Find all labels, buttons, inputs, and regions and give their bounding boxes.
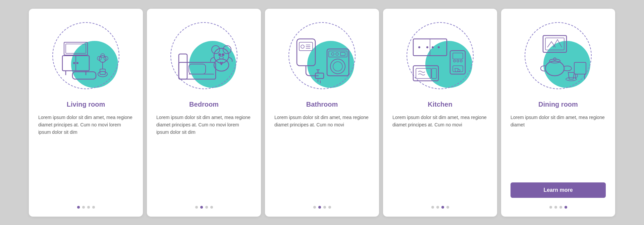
dot-2	[436, 206, 439, 209]
svg-point-58	[460, 60, 462, 62]
dot-1	[195, 206, 198, 209]
svg-point-42	[336, 53, 338, 55]
svg-point-56	[453, 60, 455, 62]
dot-3	[87, 206, 90, 209]
card-dining-room: Dining room Lorem ipsum dolor sit dim am…	[501, 9, 615, 217]
card-kitchen: Kitchen Lorem ipsum dolor sit dim amet, …	[383, 9, 497, 217]
svg-point-57	[457, 60, 459, 62]
svg-point-3	[76, 62, 78, 64]
svg-rect-16	[179, 62, 216, 79]
card-text-bedroom: Lorem ipsum dolor sit dim amet, mea regi…	[156, 114, 252, 199]
dot-4	[328, 206, 331, 209]
dot-1	[77, 206, 80, 209]
dot-1	[313, 206, 316, 209]
dot-4	[565, 206, 567, 209]
svg-rect-7	[66, 44, 86, 53]
dot-3	[323, 206, 326, 209]
card-text-kitchen: Lorem ipsum dolor sit dim amet, mea regi…	[392, 114, 488, 199]
dots-living-room	[77, 206, 95, 209]
card-bathroom: Bathroom Lorem ipsum dolor sit dim amet,…	[265, 9, 379, 217]
dots-bedroom	[195, 206, 213, 209]
card-title-bathroom: Bathroom	[306, 101, 338, 108]
card-text-dining-room: Lorem ipsum dolor sit dim amet, mea regi…	[511, 114, 606, 177]
card-title-kitchen: Kitchen	[428, 101, 452, 108]
bedroom-icon	[170, 22, 237, 89]
card-text-living-room: Lorem ipsum dolor sit dim amet, mea regi…	[38, 114, 133, 199]
svg-rect-8	[72, 72, 96, 79]
svg-rect-51	[416, 68, 431, 78]
illustration-bedroom	[167, 19, 241, 93]
kitchen-icon	[407, 22, 474, 89]
svg-point-21	[212, 46, 220, 54]
dot-2	[82, 206, 85, 209]
svg-rect-17	[179, 54, 187, 79]
cards-container: Living room Lorem ipsum dolor sit dim am…	[22, 2, 622, 223]
svg-point-29	[301, 45, 304, 48]
illustration-dining-room	[521, 19, 595, 93]
dots-bathroom	[313, 206, 331, 209]
dot-3	[205, 206, 208, 209]
dot-4	[210, 206, 213, 209]
illustration-living-room	[49, 19, 123, 93]
card-title-living-room: Living room	[67, 101, 105, 108]
svg-point-22	[223, 46, 231, 54]
illustration-kitchen	[403, 19, 477, 93]
svg-point-39	[333, 62, 342, 71]
dot-4	[446, 206, 449, 209]
living-room-icon	[52, 22, 119, 89]
learn-more-button[interactable]: Learn more	[511, 182, 606, 198]
card-bedroom: Bedroom Lorem ipsum dolor sit dim amet, …	[147, 9, 261, 217]
dot-2	[318, 206, 321, 209]
svg-point-47	[432, 46, 434, 48]
dot-2	[554, 206, 557, 209]
svg-point-2	[73, 62, 75, 64]
card-text-bathroom: Lorem ipsum dolor sit dim amet, mea regi…	[274, 114, 370, 199]
dot-4	[92, 206, 95, 209]
svg-rect-18	[189, 64, 206, 74]
bathroom-icon	[288, 22, 356, 89]
card-title-bedroom: Bedroom	[189, 101, 219, 108]
dot-2	[200, 206, 203, 209]
dot-1	[549, 206, 552, 209]
svg-point-24	[222, 53, 224, 56]
svg-rect-43	[340, 52, 345, 56]
svg-rect-52	[432, 68, 436, 78]
svg-rect-65	[574, 62, 586, 74]
dot-3	[559, 206, 562, 209]
svg-point-23	[218, 53, 221, 56]
svg-point-49	[438, 46, 440, 48]
card-living-room: Living room Lorem ipsum dolor sit dim am…	[29, 9, 143, 217]
svg-point-38	[330, 59, 345, 74]
svg-point-48	[418, 46, 420, 48]
svg-rect-55	[453, 53, 463, 59]
card-title-dining-room: Dining room	[538, 101, 578, 108]
dots-kitchen	[431, 206, 449, 209]
illustration-bathroom	[285, 19, 359, 93]
svg-point-41	[331, 53, 334, 55]
dot-1	[431, 206, 434, 209]
dining-room-icon	[525, 22, 592, 89]
svg-point-46	[426, 46, 428, 48]
dot-3	[441, 206, 444, 209]
dots-dining-room	[549, 206, 567, 209]
